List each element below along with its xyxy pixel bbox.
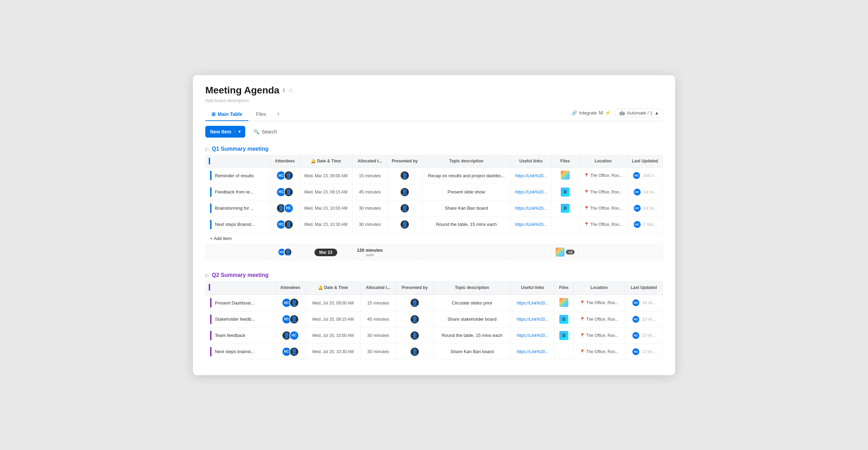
- allocated-value: 15 minutes: [359, 173, 381, 178]
- avatar-dark: 👤: [284, 171, 293, 180]
- useful-link[interactable]: https://Link%20...: [517, 301, 548, 306]
- topic-value: Circulate slides prior: [452, 300, 493, 306]
- useful-link[interactable]: https://Link%20...: [515, 190, 547, 194]
- dropdown-arrow-icon[interactable]: ▾: [235, 129, 240, 134]
- item-name-cell: Stakeholder feedb... ⊕: [205, 311, 275, 327]
- allocated-value: 30 minutes: [359, 222, 381, 227]
- topic-cell: Round the table, 15 mins each: [433, 327, 511, 343]
- summary-topic: [422, 244, 510, 260]
- tab-add-button[interactable]: +: [274, 109, 283, 119]
- datetime-cell: Wed, Mar 23, 09:00 AM: [299, 167, 353, 184]
- location-cell: 📍 The Office, Roo...: [579, 200, 628, 216]
- summary-name: [205, 244, 270, 260]
- summary-location: [579, 244, 628, 260]
- useful-link[interactable]: https://Link%20...: [517, 349, 548, 354]
- item-name-cell: Next steps brainst... ⊕: [205, 343, 275, 360]
- search-icon: 🔍: [254, 129, 259, 134]
- allocated-value: 15 minutes: [367, 300, 389, 306]
- info-icon[interactable]: ℹ: [283, 87, 285, 93]
- presenter-avatar: 👤: [400, 187, 410, 197]
- location-value: The Office, Roo...: [586, 300, 619, 305]
- add-item-label[interactable]: + Add Item: [210, 236, 232, 241]
- attendees-cell: HC👤: [275, 294, 306, 311]
- group-collapse-icon[interactable]: ▷: [205, 146, 209, 152]
- table-row: Team feedback ⊕ 👤HC Wed, Jul 20, 10:00 A…: [205, 327, 663, 343]
- useful-link[interactable]: https://Link%20...: [515, 222, 547, 227]
- useful-link[interactable]: https://Link%20...: [515, 206, 547, 211]
- presenter-avatar: 👤: [410, 347, 420, 357]
- allocated-value: 45 minutes: [359, 189, 381, 194]
- presented-by-cell: 👤: [396, 294, 433, 311]
- topic-cell: Circulate slides prior: [433, 294, 511, 311]
- datetime-value: Wed, Mar 23, 09:15 AM: [304, 190, 348, 194]
- tab-main-table[interactable]: ⊞ Main Table: [205, 108, 248, 121]
- search-button[interactable]: 🔍 Search: [249, 126, 281, 137]
- tabs-right: 🔗 Integrate M ⚡ 🤖 Automate / 1 ▲: [571, 109, 663, 120]
- presented-by-cell: 👤: [396, 327, 433, 343]
- col-item-name-q2: [205, 281, 275, 295]
- avatar-dark: 👤: [289, 298, 299, 308]
- col-updated: Last Updated: [627, 155, 662, 168]
- star-icon[interactable]: ☆: [288, 87, 293, 93]
- allocated-cell: 15 minutes: [352, 167, 387, 184]
- files-cell: [555, 343, 573, 360]
- table-row: Present Dashboar... ⊕ HC👤 Wed, Jul 20, 0…: [205, 294, 663, 311]
- datetime-cell: Wed, Jul 20, 10:00 AM: [306, 327, 360, 343]
- tab-files[interactable]: Files: [250, 108, 272, 121]
- file-thumbnail: [561, 171, 570, 180]
- item-name-text: Stakeholder feedb...: [215, 317, 255, 322]
- item-name-cell: Next steps Brainst... ⊕: [205, 216, 270, 232]
- add-item-row[interactable]: + Add Item: [205, 232, 663, 244]
- links-cell: https://Link%20...: [511, 294, 555, 311]
- updated-cell: HC 14 mi...: [627, 184, 662, 200]
- location-value: The Office, Roo...: [590, 190, 623, 194]
- board-description[interactable]: Add board description: [205, 98, 663, 103]
- location-cell: 📍 The Office, Roo...: [579, 184, 628, 200]
- gmail-icon: M: [599, 110, 603, 116]
- table-row: Feedback from te... ⊕ HC👤 Wed, Mar 23, 0…: [205, 184, 663, 200]
- links-cell: https://Link%20...: [511, 311, 555, 327]
- useful-link[interactable]: https://Link%20...: [517, 333, 548, 338]
- allocated-value: 30 minutes: [367, 333, 389, 338]
- topic-cell: Recap on results and project dashbo...: [422, 167, 510, 184]
- avatar-dark: 👤: [289, 347, 299, 357]
- presenter-avatar: 👤: [400, 220, 410, 229]
- pin-icon: 📍: [584, 190, 589, 194]
- datetime-value: Wed, Mar 23, 10:00 AM: [304, 206, 348, 211]
- topic-cell: Share stakeholder board: [433, 311, 511, 327]
- updated-time: Just n...: [643, 173, 657, 178]
- updater-avatar: HC: [632, 315, 640, 323]
- location-cell: 📍 The Office, Roo...: [573, 311, 625, 327]
- col-attendees-q2: Attendees: [275, 281, 306, 295]
- collapse-icon: ▲: [654, 110, 659, 116]
- col-location: Location: [579, 155, 628, 168]
- updated-time: 13 mi...: [642, 333, 655, 338]
- sum-label: sum: [356, 253, 384, 257]
- topic-value: Round the table, 15 mins each: [436, 222, 497, 227]
- presented-by-cell: 👤: [387, 200, 422, 216]
- presenter-avatar: 👤: [410, 298, 420, 308]
- allocated-cell: 30 minutes: [360, 327, 396, 343]
- summary-date: Mar 23: [299, 244, 353, 260]
- item-name-cell: Team feedback ⊕: [205, 327, 275, 343]
- automate-button[interactable]: 🤖 Automate / 1 ▲: [616, 109, 663, 117]
- page-title: Meeting Agenda: [205, 85, 279, 96]
- useful-link[interactable]: https://Link%20...: [517, 317, 548, 322]
- updated-time: 7 min...: [643, 222, 657, 227]
- date-chip: Mar 23: [314, 249, 337, 256]
- integrate-button[interactable]: 🔗 Integrate M ⚡: [571, 110, 611, 116]
- group-q2-collapse-icon[interactable]: ▷: [205, 272, 209, 278]
- avatar-dark: 👤: [289, 314, 299, 324]
- updated-cell: HC 13 mi...: [625, 343, 662, 360]
- attendees-cell: HC👤: [275, 311, 306, 327]
- avatar-hc: HC: [284, 203, 293, 213]
- datetime-value: Wed, Jul 20, 10:00 AM: [312, 333, 354, 338]
- allocated-cell: 30 minutes: [352, 200, 387, 216]
- summary-presented: [387, 244, 422, 260]
- useful-link[interactable]: https://Link%20...: [515, 173, 547, 178]
- header: Meeting Agenda ℹ ☆ Add board description…: [193, 75, 675, 121]
- add-item-cell[interactable]: + Add Item: [205, 232, 663, 244]
- new-item-button[interactable]: New Item ▾: [205, 126, 245, 138]
- presenter-avatar: 👤: [400, 203, 410, 213]
- presented-by-cell: 👤: [396, 311, 433, 327]
